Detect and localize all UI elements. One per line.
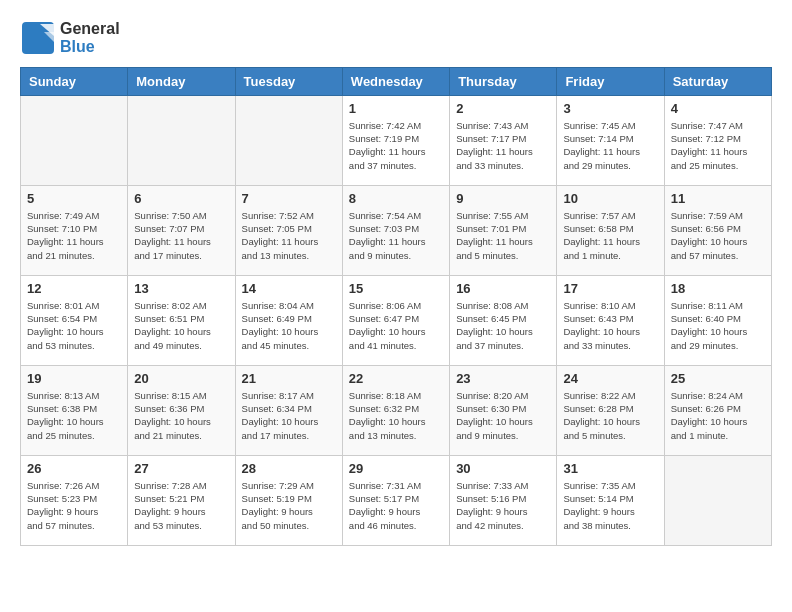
day-number: 27 [134,461,228,476]
day-number: 14 [242,281,336,296]
day-cell: 30Sunrise: 7:33 AM Sunset: 5:16 PM Dayli… [450,455,557,545]
day-cell: 14Sunrise: 8:04 AM Sunset: 6:49 PM Dayli… [235,275,342,365]
day-cell: 12Sunrise: 8:01 AM Sunset: 6:54 PM Dayli… [21,275,128,365]
week-row-5: 26Sunrise: 7:26 AM Sunset: 5:23 PM Dayli… [21,455,772,545]
day-number: 12 [27,281,121,296]
day-cell: 28Sunrise: 7:29 AM Sunset: 5:19 PM Dayli… [235,455,342,545]
day-number: 20 [134,371,228,386]
col-header-wednesday: Wednesday [342,67,449,95]
col-header-saturday: Saturday [664,67,771,95]
day-info: Sunrise: 7:55 AM Sunset: 7:01 PM Dayligh… [456,209,550,262]
day-info: Sunrise: 8:18 AM Sunset: 6:32 PM Dayligh… [349,389,443,442]
day-cell: 18Sunrise: 8:11 AM Sunset: 6:40 PM Dayli… [664,275,771,365]
day-cell: 19Sunrise: 8:13 AM Sunset: 6:38 PM Dayli… [21,365,128,455]
day-number: 2 [456,101,550,116]
day-info: Sunrise: 8:24 AM Sunset: 6:26 PM Dayligh… [671,389,765,442]
logo-svg [20,20,56,56]
week-row-1: 1Sunrise: 7:42 AM Sunset: 7:19 PM Daylig… [21,95,772,185]
day-number: 4 [671,101,765,116]
week-row-2: 5Sunrise: 7:49 AM Sunset: 7:10 PM Daylig… [21,185,772,275]
day-cell: 16Sunrise: 8:08 AM Sunset: 6:45 PM Dayli… [450,275,557,365]
day-cell: 26Sunrise: 7:26 AM Sunset: 5:23 PM Dayli… [21,455,128,545]
day-cell: 5Sunrise: 7:49 AM Sunset: 7:10 PM Daylig… [21,185,128,275]
day-number: 3 [563,101,657,116]
day-info: Sunrise: 8:22 AM Sunset: 6:28 PM Dayligh… [563,389,657,442]
day-cell: 6Sunrise: 7:50 AM Sunset: 7:07 PM Daylig… [128,185,235,275]
day-info: Sunrise: 7:59 AM Sunset: 6:56 PM Dayligh… [671,209,765,262]
header-row: SundayMondayTuesdayWednesdayThursdayFrid… [21,67,772,95]
week-row-4: 19Sunrise: 8:13 AM Sunset: 6:38 PM Dayli… [21,365,772,455]
day-info: Sunrise: 8:02 AM Sunset: 6:51 PM Dayligh… [134,299,228,352]
calendar-table: SundayMondayTuesdayWednesdayThursdayFrid… [20,67,772,546]
day-number: 21 [242,371,336,386]
day-number: 30 [456,461,550,476]
logo: GeneralBlue [20,20,120,57]
day-cell: 4Sunrise: 7:47 AM Sunset: 7:12 PM Daylig… [664,95,771,185]
day-cell [664,455,771,545]
day-cell: 22Sunrise: 8:18 AM Sunset: 6:32 PM Dayli… [342,365,449,455]
day-info: Sunrise: 8:01 AM Sunset: 6:54 PM Dayligh… [27,299,121,352]
day-number: 23 [456,371,550,386]
day-cell: 9Sunrise: 7:55 AM Sunset: 7:01 PM Daylig… [450,185,557,275]
day-info: Sunrise: 7:28 AM Sunset: 5:21 PM Dayligh… [134,479,228,532]
day-info: Sunrise: 8:15 AM Sunset: 6:36 PM Dayligh… [134,389,228,442]
day-info: Sunrise: 7:57 AM Sunset: 6:58 PM Dayligh… [563,209,657,262]
day-info: Sunrise: 8:20 AM Sunset: 6:30 PM Dayligh… [456,389,550,442]
day-cell: 10Sunrise: 7:57 AM Sunset: 6:58 PM Dayli… [557,185,664,275]
day-info: Sunrise: 7:49 AM Sunset: 7:10 PM Dayligh… [27,209,121,262]
day-cell: 23Sunrise: 8:20 AM Sunset: 6:30 PM Dayli… [450,365,557,455]
day-number: 25 [671,371,765,386]
day-number: 17 [563,281,657,296]
day-number: 19 [27,371,121,386]
col-header-friday: Friday [557,67,664,95]
day-info: Sunrise: 7:50 AM Sunset: 7:07 PM Dayligh… [134,209,228,262]
day-number: 5 [27,191,121,206]
day-number: 1 [349,101,443,116]
col-header-sunday: Sunday [21,67,128,95]
week-row-3: 12Sunrise: 8:01 AM Sunset: 6:54 PM Dayli… [21,275,772,365]
day-number: 10 [563,191,657,206]
day-number: 8 [349,191,443,206]
day-info: Sunrise: 7:29 AM Sunset: 5:19 PM Dayligh… [242,479,336,532]
day-info: Sunrise: 7:52 AM Sunset: 7:05 PM Dayligh… [242,209,336,262]
day-cell: 11Sunrise: 7:59 AM Sunset: 6:56 PM Dayli… [664,185,771,275]
col-header-thursday: Thursday [450,67,557,95]
day-cell: 3Sunrise: 7:45 AM Sunset: 7:14 PM Daylig… [557,95,664,185]
day-cell [128,95,235,185]
day-info: Sunrise: 7:31 AM Sunset: 5:17 PM Dayligh… [349,479,443,532]
page-header: GeneralBlue [20,20,772,57]
day-cell: 13Sunrise: 8:02 AM Sunset: 6:51 PM Dayli… [128,275,235,365]
day-number: 15 [349,281,443,296]
day-cell: 7Sunrise: 7:52 AM Sunset: 7:05 PM Daylig… [235,185,342,275]
day-info: Sunrise: 7:33 AM Sunset: 5:16 PM Dayligh… [456,479,550,532]
day-info: Sunrise: 7:45 AM Sunset: 7:14 PM Dayligh… [563,119,657,172]
day-info: Sunrise: 8:10 AM Sunset: 6:43 PM Dayligh… [563,299,657,352]
day-cell [21,95,128,185]
day-info: Sunrise: 7:42 AM Sunset: 7:19 PM Dayligh… [349,119,443,172]
day-info: Sunrise: 8:06 AM Sunset: 6:47 PM Dayligh… [349,299,443,352]
day-cell: 27Sunrise: 7:28 AM Sunset: 5:21 PM Dayli… [128,455,235,545]
day-info: Sunrise: 7:35 AM Sunset: 5:14 PM Dayligh… [563,479,657,532]
day-info: Sunrise: 8:17 AM Sunset: 6:34 PM Dayligh… [242,389,336,442]
day-cell: 25Sunrise: 8:24 AM Sunset: 6:26 PM Dayli… [664,365,771,455]
day-number: 11 [671,191,765,206]
day-cell: 8Sunrise: 7:54 AM Sunset: 7:03 PM Daylig… [342,185,449,275]
day-cell [235,95,342,185]
day-cell: 2Sunrise: 7:43 AM Sunset: 7:17 PM Daylig… [450,95,557,185]
day-cell: 20Sunrise: 8:15 AM Sunset: 6:36 PM Dayli… [128,365,235,455]
day-info: Sunrise: 7:26 AM Sunset: 5:23 PM Dayligh… [27,479,121,532]
day-number: 7 [242,191,336,206]
col-header-monday: Monday [128,67,235,95]
day-info: Sunrise: 7:54 AM Sunset: 7:03 PM Dayligh… [349,209,443,262]
day-info: Sunrise: 8:11 AM Sunset: 6:40 PM Dayligh… [671,299,765,352]
logo-text: GeneralBlue [60,20,120,57]
day-cell: 17Sunrise: 8:10 AM Sunset: 6:43 PM Dayli… [557,275,664,365]
day-number: 31 [563,461,657,476]
day-number: 29 [349,461,443,476]
day-number: 13 [134,281,228,296]
day-cell: 29Sunrise: 7:31 AM Sunset: 5:17 PM Dayli… [342,455,449,545]
day-cell: 15Sunrise: 8:06 AM Sunset: 6:47 PM Dayli… [342,275,449,365]
day-cell: 1Sunrise: 7:42 AM Sunset: 7:19 PM Daylig… [342,95,449,185]
day-number: 6 [134,191,228,206]
day-number: 24 [563,371,657,386]
